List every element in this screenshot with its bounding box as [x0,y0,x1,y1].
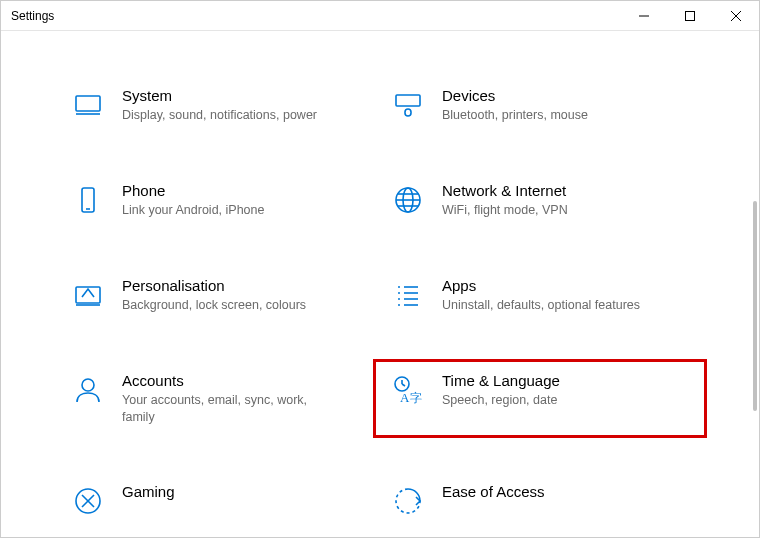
svg-rect-10 [405,109,411,116]
category-network[interactable]: Network & Internet WiFi, flight mode, VP… [380,176,700,225]
maximize-button[interactable] [667,1,713,31]
category-ease-of-access[interactable]: Ease of Access [380,477,700,523]
category-desc: Bluetooth, printers, mouse [442,107,588,124]
time-language-icon: A字 [388,372,428,406]
settings-grid: System Display, sound, notifications, po… [60,81,700,523]
category-title: Gaming [122,483,175,500]
category-desc: Uninstall, defaults, optional features [442,297,640,314]
category-desc: Speech, region, date [442,392,560,409]
svg-text:字: 字 [410,391,422,405]
settings-window: Settings System Display, sound, notifica… [0,0,760,538]
category-title: Time & Language [442,372,560,389]
category-title: Accounts [122,372,322,389]
category-title: Personalisation [122,277,306,294]
minimize-button[interactable] [621,1,667,31]
category-gaming[interactable]: Gaming [60,477,380,523]
phone-icon [68,182,108,216]
category-desc: WiFi, flight mode, VPN [442,202,568,219]
titlebar: Settings [1,1,759,31]
category-title: Ease of Access [442,483,545,500]
devices-icon [388,87,428,121]
apps-icon [388,277,428,311]
close-icon [731,11,741,21]
category-personalisation[interactable]: Personalisation Background, lock screen,… [60,271,380,320]
svg-rect-6 [396,95,420,106]
gaming-icon [68,483,108,517]
minimize-icon [639,11,649,21]
network-icon [388,182,428,216]
ease-of-access-icon [388,483,428,517]
window-title: Settings [11,9,621,23]
svg-line-31 [402,384,405,386]
svg-rect-4 [76,96,100,111]
maximize-icon [685,11,695,21]
svg-text:A: A [400,390,410,405]
category-accounts[interactable]: Accounts Your accounts, email, sync, wor… [60,366,380,432]
close-button[interactable] [713,1,759,31]
category-desc: Background, lock screen, colours [122,297,306,314]
category-title: System [122,87,317,104]
category-title: Devices [442,87,588,104]
category-system[interactable]: System Display, sound, notifications, po… [60,81,380,130]
category-title: Phone [122,182,264,199]
category-time-language[interactable]: A字 Time & Language Speech, region, date [380,366,700,432]
category-desc: Link your Android, iPhone [122,202,264,219]
category-phone[interactable]: Phone Link your Android, iPhone [60,176,380,225]
personalisation-icon [68,277,108,311]
svg-rect-1 [686,11,695,20]
scrollbar[interactable] [753,201,757,411]
category-desc: Display, sound, notifications, power [122,107,317,124]
window-controls [621,1,759,31]
category-apps[interactable]: Apps Uninstall, defaults, optional featu… [380,271,700,320]
category-devices[interactable]: Devices Bluetooth, printers, mouse [380,81,700,130]
category-title: Apps [442,277,640,294]
svg-point-28 [82,379,94,391]
system-icon [68,87,108,121]
category-desc: Your accounts, email, sync, work, family [122,392,322,426]
accounts-icon [68,372,108,406]
settings-content: System Display, sound, notifications, po… [1,31,759,537]
category-title: Network & Internet [442,182,568,199]
